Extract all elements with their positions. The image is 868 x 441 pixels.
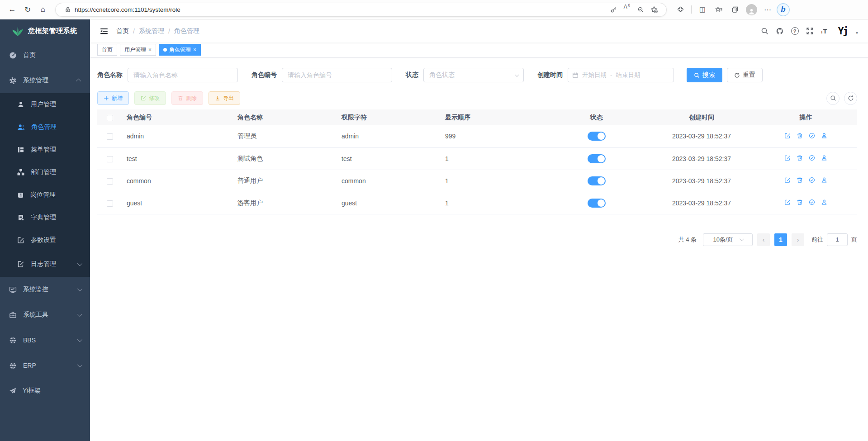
sidebar-item-param-settings[interactable]: 参数设置	[0, 229, 90, 251]
sidebar-item-log-management[interactable]: 日志管理	[0, 251, 90, 277]
search-button[interactable]: 搜索	[687, 68, 722, 82]
sidebar-item-bbs[interactable]: BBS	[0, 327, 90, 353]
export-button[interactable]: 导出	[209, 91, 240, 105]
tab-role-management[interactable]: 角色管理 ×	[159, 44, 201, 56]
assign-user-icon[interactable]	[821, 133, 827, 139]
row-checkbox[interactable]	[107, 133, 113, 140]
favorite-star-add-icon[interactable]	[647, 4, 661, 15]
edit-icon[interactable]	[784, 133, 791, 139]
split-screen-icon[interactable]: ◫	[695, 4, 710, 15]
browser-refresh-button[interactable]: ↻	[20, 2, 35, 17]
add-button[interactable]: 新增	[97, 91, 129, 105]
row-checkbox[interactable]	[107, 178, 113, 185]
tab-user-management[interactable]: 用户管理 ×	[120, 44, 156, 56]
browser-home-button[interactable]: ⌂	[35, 2, 51, 17]
header-search-icon[interactable]	[761, 27, 768, 35]
password-key-icon[interactable]	[607, 4, 620, 15]
user-avatar-logo[interactable]: Yj	[838, 26, 848, 37]
page-size-select[interactable]: 10条/页	[703, 233, 753, 246]
reset-button[interactable]: 重置	[727, 68, 763, 82]
delete-button[interactable]: 删除	[171, 91, 203, 105]
read-aloud-icon[interactable]: A))	[620, 4, 634, 15]
sidebar-item-system-management[interactable]: 系统管理	[0, 68, 90, 93]
breadcrumb-home[interactable]: 首页	[116, 27, 129, 35]
close-icon[interactable]: ×	[193, 47, 196, 53]
end-date-placeholder[interactable]: 结束日期	[616, 71, 640, 79]
date-range-picker[interactable]: 开始日期 - 结束日期	[568, 68, 674, 82]
status-toggle[interactable]	[588, 132, 606, 141]
show-search-toggle-button[interactable]	[826, 92, 840, 105]
breadcrumb-role: 角色管理	[174, 27, 199, 35]
close-icon[interactable]: ×	[148, 47, 152, 53]
caret-down-icon[interactable]: ▾	[856, 30, 858, 35]
sidebar-item-menu-management[interactable]: 菜单管理	[0, 138, 90, 161]
delete-icon[interactable]	[797, 133, 803, 139]
assign-user-icon[interactable]	[821, 177, 827, 183]
breadcrumb-system[interactable]: 系统管理	[139, 27, 164, 35]
status-toggle[interactable]	[588, 199, 606, 208]
sidebar-item-home[interactable]: 首页	[0, 43, 90, 68]
extensions-icon[interactable]	[673, 4, 688, 15]
sidebar-item-yi-framework[interactable]: Yi框架	[0, 378, 90, 403]
data-scope-check-icon[interactable]	[809, 199, 815, 205]
refresh-table-button[interactable]	[844, 92, 857, 105]
plus-icon	[104, 95, 109, 101]
edit-icon[interactable]	[784, 155, 791, 161]
assign-user-icon[interactable]	[821, 155, 827, 161]
help-icon[interactable]: ?	[791, 27, 799, 35]
role-name-input[interactable]	[128, 68, 238, 82]
data-scope-check-icon[interactable]	[809, 133, 815, 139]
collections-icon[interactable]	[728, 4, 742, 15]
fullscreen-icon[interactable]	[806, 27, 814, 35]
edit-icon[interactable]	[784, 177, 791, 183]
delete-icon[interactable]	[797, 177, 803, 183]
sidebar-item-dict-management[interactable]: 字典管理	[0, 206, 90, 229]
goto-page-input[interactable]	[827, 233, 848, 246]
sidebar-collapse-icon[interactable]	[100, 27, 108, 35]
app-logo[interactable]: 意框架管理系统	[0, 19, 90, 43]
sidebar-item-system-tools[interactable]: 系统工具	[0, 302, 90, 327]
role-code-input[interactable]	[282, 68, 392, 82]
sidebar-item-label: Yi框架	[23, 387, 41, 395]
delete-icon[interactable]	[797, 155, 803, 161]
edit-button[interactable]: 修改	[134, 91, 166, 105]
sidebar-item-post-management[interactable]: 岗位管理	[0, 184, 90, 206]
breadcrumb-separator: /	[168, 28, 170, 35]
status-toggle[interactable]	[588, 154, 606, 163]
sidebar-item-role-management[interactable]: 角色管理	[0, 116, 90, 138]
row-checkbox[interactable]	[107, 200, 113, 207]
url-text[interactable]: https://ccnetcore.com:1101/system/role	[75, 6, 607, 13]
data-scope-check-icon[interactable]	[809, 177, 815, 183]
next-page-button[interactable]: ›	[792, 233, 804, 246]
start-date-placeholder[interactable]: 开始日期	[582, 71, 607, 79]
cell-role-name: 管理员	[233, 125, 337, 147]
status-select[interactable]: 角色状态	[423, 68, 524, 82]
assign-user-icon[interactable]	[821, 199, 827, 205]
cell-order: 1	[441, 192, 544, 214]
sidebar-item-system-monitor[interactable]: 系统监控	[0, 277, 90, 302]
sidebar-item-erp[interactable]: ERP	[0, 353, 90, 378]
data-scope-check-icon[interactable]	[809, 155, 815, 161]
delete-icon[interactable]	[797, 199, 803, 205]
prev-page-button[interactable]: ‹	[757, 233, 770, 246]
row-checkbox[interactable]	[107, 156, 113, 162]
github-icon[interactable]	[776, 27, 784, 35]
lock-icon[interactable]	[61, 4, 75, 15]
zoom-out-icon[interactable]	[634, 4, 647, 15]
badge-icon	[17, 192, 24, 199]
profile-avatar[interactable]	[744, 4, 759, 15]
sidebar-item-department-management[interactable]: 部门管理	[0, 161, 90, 184]
calendar-icon	[572, 72, 579, 78]
browser-back-button[interactable]: ←	[5, 2, 20, 17]
bing-chat-icon[interactable]: b	[777, 3, 790, 16]
browser-more-icon[interactable]: ⋯	[760, 4, 775, 15]
tab-home[interactable]: 首页	[97, 44, 117, 56]
select-all-checkbox[interactable]	[107, 115, 113, 121]
address-bar[interactable]: https://ccnetcore.com:1101/system/role A…	[55, 3, 667, 17]
sidebar-item-user-management[interactable]: 用户管理	[0, 93, 90, 116]
edit-icon[interactable]	[784, 199, 791, 205]
font-size-icon[interactable]: тT	[821, 28, 827, 34]
favorites-bar-icon[interactable]	[711, 4, 726, 15]
status-toggle[interactable]	[588, 176, 606, 185]
page-number-button[interactable]: 1	[774, 233, 787, 246]
